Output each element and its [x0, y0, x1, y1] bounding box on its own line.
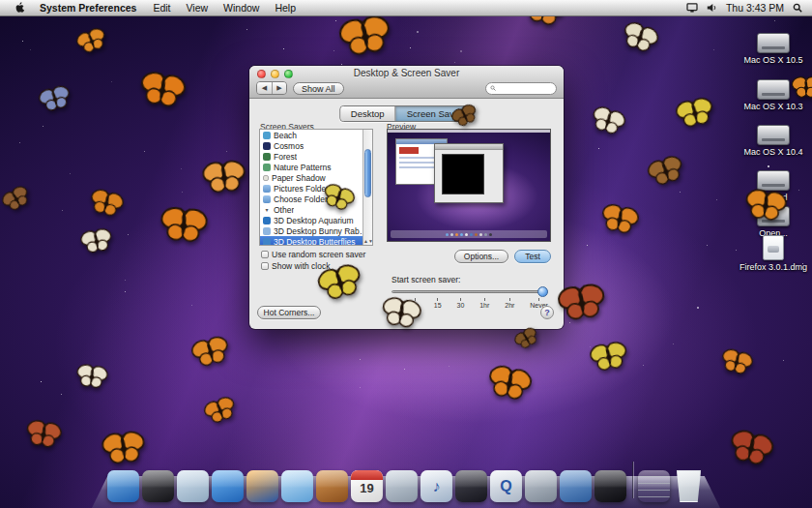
dock-quicktime-icon[interactable]: Q	[490, 470, 522, 502]
zoom-button[interactable]	[284, 70, 293, 78]
window-title: Desktop & Screen Saver	[249, 66, 564, 80]
dock-spaces-icon[interactable]	[560, 470, 592, 502]
list-item-forest[interactable]: Forest	[260, 151, 372, 162]
tab-screen-saver[interactable]: Screen Saver	[395, 106, 474, 121]
displays-menu-icon[interactable]	[686, 3, 698, 13]
forward-button[interactable]: ▶	[272, 82, 286, 94]
checkbox-show-clock[interactable]: Show with clock	[261, 261, 330, 271]
dock-area: 19♪Q	[0, 463, 812, 508]
apple-menu[interactable]	[10, 2, 31, 14]
checkbox-box[interactable]	[261, 251, 269, 258]
slider-track[interactable]	[392, 290, 548, 293]
mini-menubar	[388, 130, 550, 133]
desktop-icon-open[interactable]: Open...	[737, 206, 810, 238]
desktop-icon-macosx-105[interactable]: Mac OS X 10.5	[737, 33, 810, 65]
screensaver-thumb-icon	[263, 238, 271, 246]
screensaver-thumb-icon	[263, 227, 271, 235]
desktop: Mac OS X 10.5 Mac OS X 10.3 Mac OS X 10.…	[0, 0, 812, 508]
folder-icon	[263, 195, 271, 203]
hot-corners-button[interactable]: Hot Corners...	[257, 306, 321, 319]
dock-dashboard-icon[interactable]	[142, 470, 174, 502]
dock-trash-icon[interactable]	[673, 470, 705, 502]
dock-itunes-icon[interactable]: ♪	[420, 470, 452, 502]
options-button[interactable]: Options...	[454, 250, 508, 263]
menu-view[interactable]: View	[179, 0, 217, 16]
list-item-beach[interactable]: Beach	[260, 130, 372, 140]
disclosure-triangle-icon[interactable]: ▾	[263, 206, 271, 213]
volume-menu-icon[interactable]	[707, 3, 717, 13]
desktop-icon-label: Mac OS X 10.5	[737, 55, 810, 65]
checkbox-box[interactable]	[261, 262, 269, 270]
desktop-icon-label: Mac OS X 10.3	[737, 102, 810, 111]
dock-iphoto-icon[interactable]	[386, 470, 418, 502]
menu-help[interactable]: Help	[267, 0, 304, 16]
help-button[interactable]: ?	[540, 306, 554, 319]
dock-system-preferences-icon[interactable]	[525, 470, 557, 502]
window-titlebar[interactable]: Desktop & Screen Saver ◀ ▶ Show All	[249, 66, 564, 99]
scrollbar-arrows[interactable]: ▲▼	[363, 239, 372, 244]
screensaver-thumb-icon	[263, 153, 271, 161]
tick: 15	[434, 298, 442, 309]
menu-extras: Thu 3:43 PM	[686, 2, 802, 14]
list-item-3d-aquarium[interactable]: 3D Desktop Aquarium	[260, 215, 372, 225]
tab-desktop[interactable]: Desktop	[340, 106, 395, 121]
menu-edit[interactable]: Edit	[145, 0, 178, 16]
folder-icon	[263, 185, 271, 193]
list-item-cosmos[interactable]: Cosmos	[260, 140, 372, 151]
dock-terminal-icon[interactable]	[594, 470, 626, 502]
search-input[interactable]	[498, 84, 552, 93]
list-item-nature-patterns[interactable]: Nature Patterns	[260, 162, 372, 172]
list-scrollbar[interactable]: ▲▼	[362, 130, 372, 245]
dock-ichat-icon[interactable]	[281, 470, 313, 502]
screensaver-thumb-icon	[263, 142, 271, 150]
spotlight-icon[interactable]	[793, 3, 802, 13]
minimize-button[interactable]	[271, 70, 279, 78]
quicktime-glyph: Q	[490, 470, 522, 502]
list-item-paper-shadow[interactable]: Paper Shadow	[260, 172, 372, 183]
desktop-icon-macosx-103[interactable]: Mac OS X 10.3	[737, 79, 810, 111]
dock-dvd-player-icon[interactable]	[455, 470, 487, 502]
list-item-3d-bunny-rabbits[interactable]: 3D Desktop Bunny Rabbits	[260, 225, 372, 236]
preview-pane	[387, 129, 551, 242]
screensaver-thumb-icon	[263, 175, 269, 181]
list-item-3d-butterflies[interactable]: 3D Desktop Butterflies	[260, 236, 372, 246]
back-button[interactable]: ◀	[257, 82, 272, 94]
mini-dock	[391, 230, 547, 238]
menu-app-name[interactable]: System Preferences	[31, 0, 145, 16]
dock-ical-icon[interactable]: 19	[351, 470, 383, 502]
dock-firefox-icon[interactable]	[246, 470, 278, 502]
menu-bar: System Preferences Edit View Window Help…	[0, 0, 812, 16]
list-item-label: Pictures Folder	[274, 184, 329, 194]
drive-icon	[757, 33, 790, 53]
scrollbar-thumb[interactable]	[364, 149, 371, 197]
slider-thumb[interactable]	[537, 286, 548, 297]
list-item-label: Paper Shadow	[272, 173, 326, 183]
list-item-label: Nature Patterns	[274, 163, 332, 172]
list-item-pictures-folder[interactable]: Pictures Folder	[260, 183, 372, 194]
test-button[interactable]: Test	[514, 250, 551, 263]
desktop-icon-shared[interactable]: Shared	[737, 170, 810, 202]
desktop-icon-macosx-104[interactable]: Mac OS X 10.4	[737, 125, 810, 157]
list-group-other[interactable]: ▾Other	[260, 204, 372, 215]
desktop-icon-firefox-dmg[interactable]: Firefox 3.0.1.dmg	[737, 235, 810, 272]
search-field[interactable]	[485, 82, 557, 95]
dock-safari-icon[interactable]	[212, 470, 244, 502]
dock-documents-stack-icon[interactable]	[638, 470, 670, 502]
dock-mail-icon[interactable]	[177, 470, 209, 502]
drive-icon	[757, 170, 790, 191]
menu-clock[interactable]: Thu 3:43 PM	[726, 2, 784, 14]
dmg-icon	[763, 235, 784, 260]
show-all-button[interactable]: Show All	[293, 82, 344, 95]
screensaver-thumb-icon	[263, 132, 271, 139]
dock-address-book-icon[interactable]	[316, 470, 348, 502]
list-item-choose-folder[interactable]: Choose Folder...	[260, 194, 372, 204]
menu-window[interactable]: Window	[216, 0, 267, 16]
dock: 19♪Q	[0, 463, 812, 508]
start-screensaver-slider[interactable]: 3 5 15 30 1hr 2hr Never	[392, 285, 548, 311]
tick: 30	[457, 298, 465, 309]
checkbox-use-random[interactable]: Use random screen saver	[261, 250, 365, 259]
tick: 1hr	[479, 298, 489, 309]
dock-finder-icon[interactable]	[107, 470, 139, 502]
window-controls	[257, 70, 293, 78]
close-button[interactable]	[257, 70, 266, 78]
